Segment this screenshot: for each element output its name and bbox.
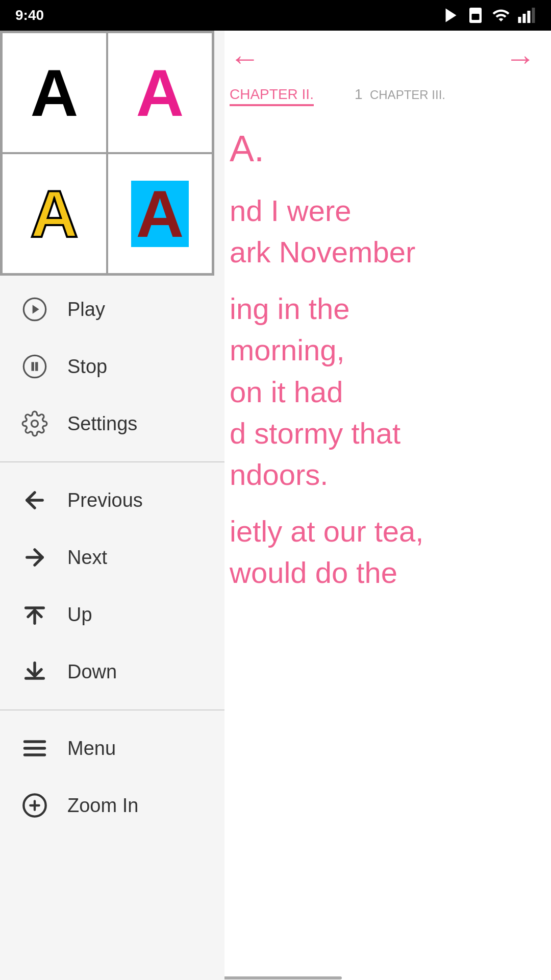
- menu-item-play[interactable]: Play: [0, 281, 224, 338]
- gear-icon: [20, 409, 49, 438]
- nav-pill: [209, 976, 342, 979]
- play-status-icon: [442, 6, 460, 24]
- reader-area: ← → CHAPTER II. 1 CHAPTER III. A. nd I w…: [214, 31, 551, 980]
- svg-rect-4: [523, 14, 526, 23]
- text-line-1: nd I were: [230, 190, 536, 231]
- font-grid[interactable]: A A A A: [0, 31, 214, 276]
- chapter-tab-active[interactable]: CHAPTER II.: [230, 86, 314, 103]
- stop-label: Stop: [67, 356, 107, 378]
- up-label: Up: [67, 604, 92, 626]
- menu-item-menu[interactable]: Menu: [0, 720, 224, 777]
- divider-2: [0, 709, 224, 710]
- svg-point-9: [23, 355, 45, 377]
- chapter-tabs: CHAPTER II. 1 CHAPTER III.: [230, 86, 536, 103]
- svg-rect-6: [532, 8, 535, 23]
- text-line-3: ing in the: [230, 288, 536, 329]
- svg-rect-11: [35, 362, 38, 371]
- font-style-dark-red[interactable]: A: [107, 153, 213, 274]
- arrow-down-bar-icon: [20, 657, 49, 686]
- menu-section-extra: Menu Zoom In: [0, 715, 224, 839]
- down-label: Down: [67, 661, 117, 683]
- font-style-black[interactable]: A: [2, 32, 107, 153]
- prev-arrow[interactable]: ←: [230, 41, 260, 76]
- status-time: 9:40: [15, 7, 44, 23]
- reader-nav: ← →: [230, 41, 536, 76]
- status-bar: 9:40: [0, 0, 551, 31]
- wifi-icon: [491, 6, 511, 24]
- main-content: ← → CHAPTER II. 1 CHAPTER III. A. nd I w…: [0, 31, 551, 980]
- menu-item-stop[interactable]: Stop: [0, 338, 224, 395]
- font-letter-dark-red: A: [131, 181, 189, 247]
- decorator-letter: A.: [230, 123, 536, 175]
- font-letter-black: A: [31, 60, 79, 126]
- font-style-yellow[interactable]: A: [2, 153, 107, 274]
- arrow-right-icon: [20, 543, 49, 572]
- svg-rect-2: [472, 14, 480, 20]
- plus-circle-icon: [20, 791, 49, 820]
- sim-icon: [466, 6, 485, 24]
- pause-icon: [20, 352, 49, 381]
- text-line-6: d stormy that: [230, 412, 536, 454]
- svg-rect-5: [528, 11, 531, 23]
- font-style-pink[interactable]: A: [107, 32, 213, 153]
- svg-marker-8: [33, 305, 39, 313]
- font-letter-pink: A: [136, 60, 184, 126]
- svg-marker-0: [446, 9, 457, 22]
- text-line-2: ark November: [230, 231, 536, 273]
- text-line-9: would do the: [230, 552, 536, 593]
- text-line-8: ietly at our tea,: [230, 510, 536, 552]
- text-line-4: morning,: [230, 329, 536, 371]
- settings-label: Settings: [67, 413, 137, 435]
- reader-text: A. nd I were ark November ing in the mor…: [230, 123, 536, 593]
- menu-item-zoom-in[interactable]: Zoom In: [0, 777, 224, 834]
- font-letter-yellow: A: [31, 181, 79, 247]
- previous-label: Previous: [67, 489, 143, 511]
- play-icon: [20, 295, 49, 324]
- text-line-7: ndoors.: [230, 454, 536, 495]
- next-label: Next: [67, 547, 107, 569]
- menu-item-next[interactable]: Next: [0, 529, 224, 586]
- play-label: Play: [67, 299, 105, 321]
- svg-point-12: [32, 421, 38, 427]
- menu-item-down[interactable]: Down: [0, 643, 224, 700]
- zoom-in-label: Zoom In: [67, 795, 138, 817]
- next-arrow[interactable]: →: [505, 41, 536, 76]
- signal-icon: [517, 6, 536, 24]
- arrow-left-icon: [20, 486, 49, 514]
- status-icons: [442, 6, 536, 24]
- divider-1: [0, 461, 224, 462]
- menu-item-up[interactable]: Up: [0, 586, 224, 643]
- menu-item-settings[interactable]: Settings: [0, 395, 224, 452]
- menu-section-playback: Play Stop S: [0, 276, 224, 457]
- menu-item-previous[interactable]: Previous: [0, 472, 224, 529]
- arrow-up-bar-icon: [20, 600, 49, 629]
- chapter-tab-inactive[interactable]: 1 CHAPTER III.: [355, 86, 445, 103]
- menu-lines-icon: [20, 734, 49, 763]
- drawer: A A A A Play: [0, 31, 224, 980]
- menu-section-navigation: Previous Next: [0, 467, 224, 705]
- text-line-5: on it had: [230, 371, 536, 412]
- menu-label: Menu: [67, 738, 116, 760]
- svg-rect-3: [518, 17, 521, 23]
- svg-rect-10: [32, 362, 34, 371]
